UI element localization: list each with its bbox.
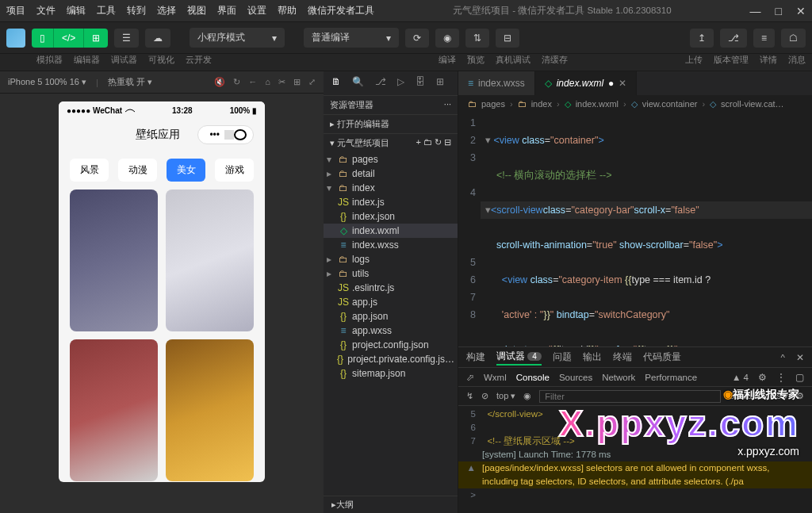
tree-logs[interactable]: ▸🗀logs bbox=[324, 252, 458, 266]
avatar[interactable] bbox=[6, 29, 25, 48]
layout-icon[interactable]: ⊞ bbox=[293, 77, 301, 87]
tree-projcfg[interactable]: {}project.config.json bbox=[324, 338, 458, 352]
stab-wxml[interactable]: Wxml bbox=[484, 373, 507, 382]
menu-select[interactable]: 选择 bbox=[157, 4, 176, 17]
cloud-button[interactable]: ☁ bbox=[145, 29, 170, 48]
cat-beauty[interactable]: 美女 bbox=[167, 159, 205, 182]
menu-ui[interactable]: 界面 bbox=[217, 4, 236, 17]
debugger-button[interactable]: ⊞ bbox=[84, 29, 108, 48]
git-icon[interactable]: ⎇ bbox=[375, 76, 386, 90]
messages-button[interactable]: ☖ bbox=[781, 29, 806, 48]
rotate-icon[interactable]: ↻ bbox=[233, 77, 240, 87]
context-select[interactable]: top ▾ bbox=[496, 391, 515, 401]
preview-button[interactable]: ◉ bbox=[435, 29, 459, 48]
more-icon[interactable]: ⋮ bbox=[776, 372, 786, 383]
close-icon[interactable]: ✕ bbox=[796, 5, 806, 17]
warning-badge[interactable]: ▲ 4 bbox=[732, 373, 749, 382]
hot-reload[interactable]: 热重载 开 ▾ bbox=[108, 76, 152, 88]
tree-appjson[interactable]: {}app.json bbox=[324, 309, 458, 323]
compile-button[interactable]: ⟳ bbox=[405, 29, 429, 48]
breadcrumbs[interactable]: 🗀pages› 🗀index› ◇index.wxml› ◇view.conta… bbox=[458, 95, 812, 113]
dtab-quality[interactable]: 代码质量 bbox=[643, 350, 681, 365]
detach-icon[interactable]: ⤢ bbox=[308, 77, 316, 87]
menu-help[interactable]: 帮助 bbox=[278, 4, 297, 17]
tree-appwxss[interactable]: ≡app.wxss bbox=[324, 323, 458, 338]
visual-button[interactable]: ☰ bbox=[114, 29, 139, 48]
tab-wxml[interactable]: ◇index.wxml●✕ bbox=[535, 71, 638, 95]
inspect-icon[interactable]: ⬀ bbox=[466, 372, 474, 383]
thumb[interactable] bbox=[166, 190, 254, 331]
menu-edit[interactable]: 编辑 bbox=[67, 4, 86, 17]
menu-view[interactable]: 视图 bbox=[187, 4, 206, 17]
dtab-output[interactable]: 输出 bbox=[583, 350, 602, 365]
tree-utils[interactable]: ▸🗀utils bbox=[324, 266, 458, 281]
close-icon[interactable]: ✕ bbox=[619, 78, 626, 89]
close-icon[interactable]: ✕ bbox=[796, 352, 804, 363]
device-select[interactable]: iPhone 5 100% 16 ▾ bbox=[8, 77, 86, 87]
cut-icon[interactable]: ✂ bbox=[278, 77, 285, 87]
tree-eslint[interactable]: JS.eslintrc.js bbox=[324, 281, 458, 295]
mode-select[interactable]: 小程序模式▾ bbox=[190, 28, 285, 48]
ban-icon[interactable]: ⊘ bbox=[481, 391, 488, 401]
stab-sources[interactable]: Sources bbox=[559, 373, 592, 382]
menu-tools[interactable]: 工具 bbox=[97, 4, 116, 17]
menu-goto[interactable]: 转到 bbox=[127, 4, 146, 17]
section-resources[interactable]: 资源管理器··· bbox=[324, 95, 458, 114]
tree-appjs[interactable]: JSapp.js bbox=[324, 295, 458, 309]
thumb[interactable] bbox=[70, 339, 158, 481]
filter-input[interactable] bbox=[539, 390, 721, 403]
menu-project[interactable]: 项目 bbox=[6, 4, 25, 17]
levels-select[interactable]: Default levels ▾ bbox=[729, 391, 788, 401]
search-icon[interactable]: 🔍 bbox=[352, 76, 364, 90]
outline-section[interactable]: ▸ 大纲 bbox=[324, 496, 458, 513]
version-button[interactable]: ⎇ bbox=[720, 29, 747, 48]
cat-anime[interactable]: 动漫 bbox=[118, 159, 157, 182]
console-output[interactable]: 5 </scroll-view> 6 7 <!-- 壁纸展示区域 --> [sy… bbox=[458, 406, 812, 513]
remote-debug-button[interactable]: ⇅ bbox=[465, 29, 489, 48]
tab-wxss[interactable]: ≡index.wxss bbox=[458, 71, 535, 95]
simulator-button[interactable]: ▯ bbox=[32, 29, 54, 48]
tree-index-json[interactable]: {}index.json bbox=[324, 209, 458, 224]
dock-icon[interactable]: ▢ bbox=[795, 372, 804, 383]
gear-icon[interactable]: ⚙ bbox=[758, 372, 767, 383]
code-editor[interactable]: 12345678 ▾ <view class="container"> <!--… bbox=[458, 113, 812, 346]
tree-detail[interactable]: ▸🗀detail bbox=[324, 167, 458, 181]
tree-index-wxss[interactable]: ≡index.wxss bbox=[324, 238, 458, 252]
minimize-icon[interactable]: — bbox=[750, 5, 761, 17]
maximize-icon[interactable]: □ bbox=[776, 5, 782, 17]
tree-projpriv[interactable]: {}project.private.config.js… bbox=[324, 352, 458, 366]
upload-button[interactable]: ↥ bbox=[690, 29, 714, 48]
editor-button[interactable]: </> bbox=[54, 29, 84, 48]
dtab-build[interactable]: 构建 bbox=[466, 350, 485, 365]
tree-index-wxml[interactable]: ◇index.wxml bbox=[324, 224, 458, 238]
cat-scenery[interactable]: 风景 bbox=[70, 159, 109, 182]
cat-game[interactable]: 游戏 bbox=[215, 159, 254, 182]
menu-wechat[interactable]: 微信开发者工具 bbox=[308, 4, 374, 17]
tree-index[interactable]: ▾🗀index bbox=[324, 181, 458, 195]
dtab-problems[interactable]: 问题 bbox=[553, 350, 572, 365]
section-opened[interactable]: ▸ 打开的编辑器 bbox=[324, 114, 458, 133]
tree-sitemap[interactable]: {}sitemap.json bbox=[324, 366, 458, 381]
clear-cache-button[interactable]: ⊟ bbox=[496, 29, 519, 48]
stab-perf[interactable]: Performance bbox=[645, 373, 697, 382]
gear-icon[interactable]: ⚙ bbox=[796, 391, 804, 401]
thumb[interactable] bbox=[166, 339, 254, 481]
ext-icon[interactable]: ⊞ bbox=[436, 76, 444, 90]
section-project[interactable]: ▾ 元气壁纸项目+ 🗀 ↻ ⊟ bbox=[324, 133, 458, 152]
home-icon[interactable]: ⌂ bbox=[265, 77, 270, 87]
details-button[interactable]: ≡ bbox=[753, 29, 775, 48]
stab-console[interactable]: Console bbox=[516, 373, 550, 382]
tree-index-js[interactable]: JSindex.js bbox=[324, 195, 458, 209]
mute-icon[interactable]: 🔇 bbox=[214, 77, 225, 87]
thumb[interactable] bbox=[70, 190, 158, 331]
stab-network[interactable]: Network bbox=[602, 373, 635, 382]
db-icon[interactable]: 🗄 bbox=[416, 76, 425, 90]
dtab-terminal[interactable]: 终端 bbox=[613, 350, 632, 365]
tree-pages[interactable]: ▾🗀pages bbox=[324, 152, 458, 167]
dtab-debugger[interactable]: 调试器 4 bbox=[496, 349, 542, 366]
menu-file[interactable]: 文件 bbox=[36, 4, 56, 17]
capsule[interactable]: ••• bbox=[197, 125, 254, 144]
debug-icon[interactable]: ▷ bbox=[397, 76, 404, 90]
clear-icon[interactable]: ↯ bbox=[466, 391, 473, 401]
back-icon[interactable]: ← bbox=[248, 77, 257, 87]
